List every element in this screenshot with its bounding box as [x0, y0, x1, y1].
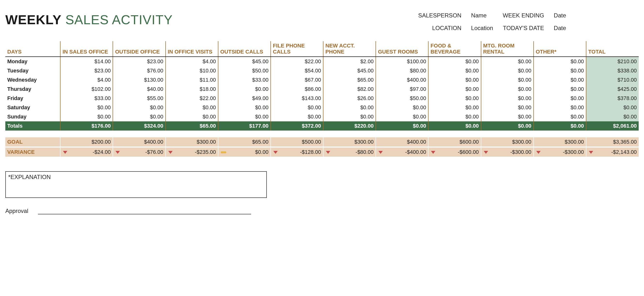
- data-cell[interactable]: $0.00: [428, 75, 481, 85]
- data-cell[interactable]: $0.00: [428, 103, 481, 112]
- data-cell[interactable]: $0.00: [218, 112, 271, 121]
- data-cell[interactable]: $0.00: [481, 66, 534, 75]
- data-cell[interactable]: $0.00: [60, 112, 113, 121]
- data-cell[interactable]: $0.00: [218, 85, 271, 94]
- data-cell[interactable]: $50.00: [218, 66, 271, 75]
- goal-cell[interactable]: $600.00: [428, 137, 481, 147]
- data-cell[interactable]: $0.00: [534, 57, 586, 66]
- today-value[interactable]: Date: [554, 25, 566, 32]
- data-cell[interactable]: $54.00: [271, 66, 323, 75]
- data-cell[interactable]: $0.00: [113, 112, 165, 121]
- data-cell[interactable]: $0.00: [376, 103, 428, 112]
- trend-down-icon: [378, 151, 383, 154]
- data-cell[interactable]: $400.00: [376, 75, 428, 85]
- data-cell[interactable]: $0.00: [481, 85, 534, 94]
- table-row: Wednesday$4.00$130.00$11.00$33.00$67.00$…: [5, 75, 639, 85]
- data-cell[interactable]: $0.00: [271, 112, 323, 121]
- data-cell[interactable]: $4.00: [60, 75, 113, 85]
- data-cell[interactable]: $0.00: [481, 75, 534, 85]
- data-cell[interactable]: $50.00: [376, 94, 428, 103]
- data-cell[interactable]: $23.00: [60, 66, 113, 75]
- data-cell[interactable]: $40.00: [113, 85, 165, 94]
- goal-cell[interactable]: $300.00: [534, 137, 586, 147]
- data-cell[interactable]: $82.00: [323, 85, 376, 94]
- goal-cell[interactable]: $300.00: [481, 137, 534, 147]
- trend-down-icon: [536, 151, 540, 154]
- goal-label: GOAL: [5, 137, 60, 147]
- data-cell[interactable]: $0.00: [534, 103, 586, 112]
- goal-cell[interactable]: $500.00: [271, 137, 323, 147]
- data-cell[interactable]: $0.00: [166, 112, 218, 121]
- location-value[interactable]: Location: [471, 25, 493, 32]
- data-cell[interactable]: $23.00: [113, 57, 165, 66]
- data-cell[interactable]: $18.00: [166, 85, 218, 94]
- data-cell[interactable]: $76.00: [113, 66, 165, 75]
- table-row: Thursday$102.00$40.00$18.00$0.00$86.00$8…: [5, 85, 639, 94]
- data-cell[interactable]: $0.00: [534, 112, 586, 121]
- data-cell[interactable]: $0.00: [60, 103, 113, 112]
- salesperson-value[interactable]: Name: [471, 12, 493, 19]
- data-cell[interactable]: $11.00: [166, 75, 218, 85]
- data-cell[interactable]: $33.00: [60, 94, 113, 103]
- data-cell[interactable]: $2.00: [323, 57, 376, 66]
- data-cell[interactable]: $0.00: [376, 112, 428, 121]
- data-cell[interactable]: $0.00: [481, 112, 534, 121]
- data-cell[interactable]: $0.00: [218, 103, 271, 112]
- explanation-box[interactable]: *EXPLANATION: [5, 171, 267, 198]
- data-cell[interactable]: $0.00: [323, 112, 376, 121]
- data-cell[interactable]: $0.00: [534, 85, 586, 94]
- weekending-value[interactable]: Date: [554, 12, 566, 19]
- goal-cell[interactable]: $200.00: [60, 137, 113, 147]
- data-cell[interactable]: $0.00: [428, 66, 481, 75]
- data-cell[interactable]: $65.00: [323, 75, 376, 85]
- table-row: Tuesday$23.00$76.00$10.00$50.00$54.00$45…: [5, 66, 639, 75]
- goal-cell[interactable]: $300.00: [323, 137, 376, 147]
- totals-cell: $177.00: [218, 121, 271, 131]
- data-cell[interactable]: $0.00: [534, 75, 586, 85]
- data-cell[interactable]: $22.00: [166, 94, 218, 103]
- data-cell[interactable]: $33.00: [218, 75, 271, 85]
- variance-value: -$300.00: [542, 149, 584, 155]
- data-cell[interactable]: $0.00: [481, 57, 534, 66]
- data-cell[interactable]: $0.00: [271, 103, 323, 112]
- data-cell[interactable]: $49.00: [218, 94, 271, 103]
- data-cell[interactable]: $22.00: [271, 57, 323, 66]
- totals-cell: $0.00: [481, 121, 534, 131]
- data-cell[interactable]: $0.00: [534, 94, 586, 103]
- row-total: $210.00: [586, 57, 639, 66]
- goal-cell[interactable]: $300.00: [166, 137, 218, 147]
- data-cell[interactable]: $0.00: [113, 103, 165, 112]
- data-cell[interactable]: $67.00: [271, 75, 323, 85]
- data-cell[interactable]: $4.00: [166, 57, 218, 66]
- data-cell[interactable]: $0.00: [166, 103, 218, 112]
- data-cell[interactable]: $26.00: [323, 94, 376, 103]
- data-cell[interactable]: $14.00: [60, 57, 113, 66]
- data-cell[interactable]: $0.00: [428, 94, 481, 103]
- data-cell[interactable]: $0.00: [481, 94, 534, 103]
- approval-signature-line[interactable]: [38, 214, 251, 214]
- data-cell[interactable]: $45.00: [218, 57, 271, 66]
- data-cell[interactable]: $100.00: [376, 57, 428, 66]
- data-cell[interactable]: $55.00: [113, 94, 165, 103]
- data-cell[interactable]: $0.00: [428, 57, 481, 66]
- data-cell[interactable]: $0.00: [323, 103, 376, 112]
- data-cell[interactable]: $80.00: [376, 66, 428, 75]
- data-cell[interactable]: $0.00: [428, 85, 481, 94]
- data-cell[interactable]: $102.00: [60, 85, 113, 94]
- variance-value: -$128.00: [279, 149, 321, 155]
- data-cell[interactable]: $0.00: [534, 66, 586, 75]
- data-cell[interactable]: $143.00: [271, 94, 323, 103]
- data-cell[interactable]: $130.00: [113, 75, 165, 85]
- goal-cell[interactable]: $400.00: [113, 137, 165, 147]
- data-cell[interactable]: $45.00: [323, 66, 376, 75]
- data-cell[interactable]: $86.00: [271, 85, 323, 94]
- data-cell[interactable]: $0.00: [481, 103, 534, 112]
- variance-cell: -$128.00: [271, 147, 323, 157]
- data-cell[interactable]: $0.00: [428, 112, 481, 121]
- goal-cell[interactable]: $65.00: [218, 137, 271, 147]
- table-row: Sunday$0.00$0.00$0.00$0.00$0.00$0.00$0.0…: [5, 112, 639, 121]
- data-cell[interactable]: $10.00: [166, 66, 218, 75]
- goal-cell[interactable]: $400.00: [376, 137, 428, 147]
- data-cell[interactable]: $97.00: [376, 85, 428, 94]
- header-col: GUEST ROOMS: [376, 41, 428, 57]
